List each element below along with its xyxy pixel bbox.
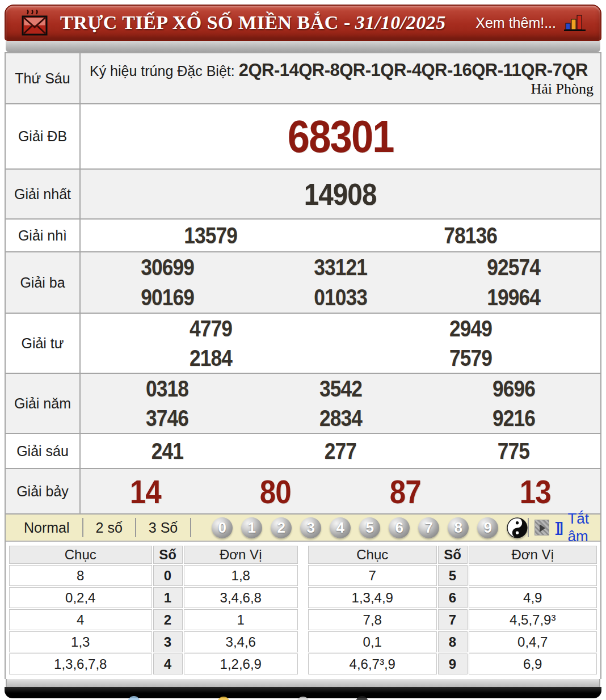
donvi-cell: 1,2,6,9 <box>184 653 298 674</box>
donvi-cell: 1 <box>184 609 298 630</box>
chuc-cell: 0,2,4 <box>9 587 152 608</box>
prize-label: Giải nhất <box>6 170 81 218</box>
loto-row: 1,3,6,7,8 4 1,2,6,9 <box>9 653 298 674</box>
prize-number: 3746 <box>146 406 188 431</box>
prize-number: 14 <box>130 473 161 511</box>
donvi-cell: 4,5,7,9³ <box>469 609 597 630</box>
prize-number: 9216 <box>493 406 535 431</box>
chuc-cell: 1,3 <box>9 631 152 652</box>
chuc-cell: 1,3,6,7,8 <box>9 653 152 674</box>
prize-number: 0318 <box>146 376 188 402</box>
prize-number: 2949 <box>449 316 492 341</box>
digit-cell: 7 <box>438 609 468 630</box>
col-header-donvi: Đơn Vị <box>184 546 298 564</box>
donvi-cell: 4,9 <box>469 587 597 608</box>
ball-6[interactable]: 6 <box>389 517 410 538</box>
prize-number: 3542 <box>319 376 362 402</box>
donvi-cell: 6,9 <box>469 653 597 674</box>
header-divider <box>6 41 600 52</box>
mute-button[interactable]: Tắt âm <box>567 510 596 545</box>
donvi-cell: 0,4,7 <box>469 631 597 652</box>
mode-2so-button[interactable]: 2 số <box>83 520 135 536</box>
chuc-cell: 7,8 <box>308 609 437 630</box>
results-table: Thứ Sáu Ký hiệu trúng Đặc Biệt: 2QR-14QR… <box>6 52 600 515</box>
prize-number: 78136 <box>444 223 496 248</box>
ball-4[interactable]: 4 <box>330 517 351 538</box>
mode-3so-button[interactable]: 3 Số <box>136 520 190 536</box>
digit-cell: 2 <box>153 609 183 630</box>
mode-normal-button[interactable]: Normal <box>20 520 82 536</box>
ball-7[interactable]: 7 <box>418 517 439 538</box>
draw-date: 31/10/2025 <box>355 12 446 33</box>
header-bar: TRỰC TIẾP XỔ SỐ MIỀN BẮC -31/10/2025 Xem… <box>5 5 601 41</box>
loto-row: 0,1 8 0,4,7 <box>308 631 597 652</box>
province-name: Hải Phòng <box>531 78 594 100</box>
donvi-cell: 3,4,6,8 <box>184 587 298 608</box>
prize-number: 33121 <box>314 255 367 280</box>
ball-5[interactable]: 5 <box>359 517 380 538</box>
col-header-chuc: Chục <box>9 546 152 564</box>
prize-label: Giải tư <box>6 314 81 373</box>
digit-cell: 5 <box>438 565 468 586</box>
loto-row: 0,2,4 1 3,4,6,8 <box>9 587 298 608</box>
digit-cell: 6 <box>438 587 468 608</box>
see-more-link[interactable]: Xem thêm!... <box>475 15 556 31</box>
row-fifth-prize: Giải năm 0318 3542 9696 3746 2834 9216 <box>6 374 600 434</box>
prize-label: Giải sáu <box>6 434 81 468</box>
prize-number: 80 <box>260 473 291 511</box>
row-sixth-prize: Giải sáu 241 277 775 <box>6 434 600 469</box>
prize-number: 13 <box>520 473 551 511</box>
prize-label: Giải bảy <box>6 469 81 513</box>
special-symbol-codes: 2QR-14QR-8QR-1QR-4QR-16QR-11QR-7QR <box>239 60 588 80</box>
row-third-prize: Giải ba 30699 33121 92574 90169 01033 19… <box>6 252 600 314</box>
digit-cell: 4 <box>153 653 183 674</box>
loto-row: 7 5 <box>308 565 597 586</box>
chuc-cell: 7 <box>308 565 437 586</box>
results-frame: Thứ Sáu Ký hiệu trúng Đặc Biệt: 2QR-14QR… <box>5 52 601 679</box>
ball-3[interactable]: 3 <box>300 517 321 538</box>
digit-cell: 3 <box>153 631 183 652</box>
ball-1[interactable]: 1 <box>241 517 262 538</box>
chuc-cell: 4,6,7³,9 <box>308 653 437 674</box>
ball-2[interactable]: 2 <box>271 517 292 538</box>
bar-chart-icon[interactable] <box>564 14 586 32</box>
donvi-cell: 3,4,6 <box>184 631 298 652</box>
digit-cell: 0 <box>153 565 183 586</box>
speaker-icon[interactable] <box>535 520 549 535</box>
symbol-codes-cell: Ký hiệu trúng Đặc Biệt: 2QR-14QR-8QR-1QR… <box>81 53 600 103</box>
row-special-prize: Giải ĐB 68301 <box>6 104 600 170</box>
prize-number: 277 <box>325 438 356 464</box>
prize-number: 7579 <box>449 345 492 371</box>
bottom-gray-bar <box>6 679 600 687</box>
row-symbol-codes: Thứ Sáu Ký hiệu trúng Đặc Biệt: 2QR-14QR… <box>6 53 600 104</box>
prize-number: 01033 <box>314 285 367 310</box>
digit-balls: 0 1 2 3 4 5 6 7 8 9 <box>212 517 528 538</box>
prize-number: 9696 <box>493 376 535 402</box>
prize-label: Giải nhì <box>6 220 81 251</box>
prize-number: 241 <box>152 438 183 464</box>
loto-row: 8 0 1,8 <box>9 565 298 586</box>
yin-yang-icon[interactable] <box>507 517 528 538</box>
ball-9[interactable]: 9 <box>477 517 498 538</box>
loto-row: 4 2 1 <box>9 609 298 630</box>
loto-table-left: Chục Số Đơn Vị 8 0 1,8 0,2,4 1 3,4,6,8 4… <box>8 545 299 676</box>
donvi-cell: 1,8 <box>184 565 298 586</box>
prize-number: 90169 <box>141 285 193 310</box>
envelope-icon <box>22 10 48 36</box>
loto-table-right: Chục Số Đơn Vị 7 5 1,3,4,9 6 4,9 7,8 7 <box>307 545 598 676</box>
prize-number: 4779 <box>190 316 232 341</box>
col-header-donvi: Đơn Vị <box>469 546 597 564</box>
divider <box>528 518 529 537</box>
prize-number: 13579 <box>184 223 237 248</box>
chuc-cell: 1,3,4,9 <box>308 587 437 608</box>
loto-row: 1,3,4,9 6 4,9 <box>308 587 597 608</box>
col-header-so: Số <box>438 546 468 564</box>
row-fourth-prize: Giải tư 4779 2949 2184 7579 <box>6 314 600 374</box>
ball-8[interactable]: 8 <box>448 517 469 538</box>
prize-label: Giải ba <box>6 252 81 313</box>
weekday-label: Thứ Sáu <box>6 53 81 103</box>
prize-number: 68301 <box>288 111 394 163</box>
loto-row: 7,8 7 4,5,7,9³ <box>308 609 597 630</box>
loto-row: 4,6,7³,9 9 6,9 <box>308 653 597 674</box>
ball-0[interactable]: 0 <box>212 517 233 538</box>
